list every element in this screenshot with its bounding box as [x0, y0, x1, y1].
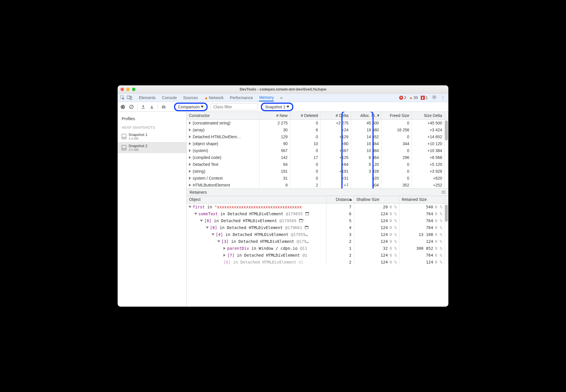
tab-console[interactable]: Console	[162, 94, 177, 101]
retainer-row[interactable]: [6] in Detached HTMLDivElement @121240 %…	[187, 259, 448, 266]
tab-elements[interactable]: Elements	[139, 94, 156, 101]
window-titlebar: DevTools - codepen.io/web-dot-dev/live/L…	[118, 85, 448, 93]
retainer-row[interactable]: [3] in Detached HTMLDivElement @179…2124…	[187, 238, 448, 245]
view-mode-dropdown[interactable]: Comparison	[174, 103, 208, 111]
zoom-icon[interactable]	[132, 88, 135, 91]
snapshot-icon	[122, 145, 126, 150]
comparison-grid: Constructor # New # Deleted # Delta Allo…	[187, 112, 448, 189]
table-row[interactable]: HTMLButtonElement92+7604352+252	[187, 182, 448, 189]
table-row[interactable]: (object shape)9010+8010 464344+10 120	[187, 140, 448, 147]
scrollbar-thumb[interactable]	[445, 120, 448, 141]
retainers-header: Retainers	[187, 189, 448, 196]
sidebar-section: HEAP SNAPSHOTS	[118, 123, 186, 131]
col-alloc[interactable]: Alloc. Si…	[351, 112, 381, 119]
table-row[interactable]: Detached Text640+645 1200+5 120	[187, 161, 448, 168]
col-sizedelta[interactable]: Size Delta	[412, 112, 445, 119]
warning-count[interactable]: ▲33	[409, 95, 418, 100]
status-counts: ✕2 ▲33 ▮1	[399, 95, 428, 100]
kebab-icon[interactable]: ⋮	[441, 95, 446, 100]
table-row[interactable]: Detached HTMLDivElem…1290+12914 6520+14 …	[187, 133, 448, 140]
memory-toolbar: Comparison Snapshot 1	[118, 102, 448, 112]
table-row[interactable]: (concatenated string)2 2750+2 27545 5000…	[187, 119, 448, 126]
profiles-sidebar: Profiles HEAP SNAPSHOTS Snapshot 13.4 MB…	[118, 112, 187, 307]
device-icon[interactable]	[127, 95, 132, 100]
minimize-icon[interactable]	[126, 88, 130, 91]
col-deleted[interactable]: # Deleted	[290, 112, 321, 119]
record-icon[interactable]	[120, 104, 126, 110]
close-icon[interactable]	[121, 88, 124, 91]
retainers-menu-icon[interactable]	[441, 191, 445, 193]
col-object[interactable]: Object	[187, 196, 326, 203]
table-row[interactable]: (system)5670+56710 3840+10 384	[187, 147, 448, 154]
tab-memory[interactable]: Memory	[259, 94, 274, 101]
svg-line-5	[130, 105, 133, 108]
issue-count[interactable]: ▮1	[421, 95, 428, 100]
class-filter-input[interactable]	[211, 103, 258, 110]
inspect-icon[interactable]	[120, 95, 125, 100]
grid-header-row: Constructor # New # Deleted # Delta Allo…	[187, 112, 448, 119]
col-constructor[interactable]: Constructor	[187, 112, 260, 119]
retainers-grid: Object Distance Shallow Size Retained Si…	[187, 196, 448, 307]
retainer-row[interactable]: [8] in Detached HTMLDivElement @179589 🗖…	[187, 217, 448, 224]
download-icon[interactable]	[149, 104, 155, 110]
tabs: Elements Console Sources ▲Network Perfor…	[139, 94, 282, 101]
gear-icon[interactable]	[432, 95, 437, 101]
memory-main: Constructor # New # Deleted # Delta Allo…	[187, 112, 448, 307]
snapshot-icon	[122, 134, 126, 139]
retainer-row[interactable]: first in "xxxxxxxxxxxxxxxxxxxxxxxxxxxxxx…	[187, 203, 448, 211]
devtools-window: DevTools - codepen.io/web-dot-dev/live/L…	[118, 85, 448, 307]
snapshot-item-2[interactable]: Snapshot 23.5 MB	[118, 142, 186, 153]
tab-sources[interactable]: Sources	[183, 94, 198, 101]
retainer-row[interactable]: [8] in Detached HTMLDivElement @179661 🗖…	[187, 224, 448, 231]
tabs-overflow[interactable]: »	[280, 94, 282, 101]
retainer-row[interactable]: someText in Detached HTMLDivElement @179…	[187, 210, 448, 217]
tab-network[interactable]: ▲Network	[204, 94, 223, 101]
retainer-row[interactable]: parentDiv in Window / cdpn.io @111320 %3…	[187, 245, 448, 252]
window-title: DevTools - codepen.io/web-dot-dev/live/L…	[240, 87, 326, 91]
col-retained[interactable]: Retained Size	[399, 196, 445, 203]
col-freed[interactable]: Freed Size	[381, 112, 412, 119]
retainer-row[interactable]: [7] in Detached HTMLDivElement @121240 %…	[187, 252, 448, 259]
tab-performance[interactable]: Performance	[230, 94, 253, 101]
upload-icon[interactable]	[140, 104, 146, 110]
col-distance[interactable]: Distance	[326, 196, 354, 203]
table-row[interactable]: (compiled code)14217+1256 864296+6 568	[187, 154, 448, 161]
scrollbar-thumb[interactable]	[445, 205, 448, 222]
table-row[interactable]: (string)1910+1913 9280+3 928	[187, 168, 448, 175]
table-row[interactable]: system / Context310+316200+620	[187, 175, 448, 182]
gc-icon[interactable]	[161, 104, 167, 110]
retainer-row[interactable]: [4] in Detached HTMLDivElement @17959…31…	[187, 231, 448, 238]
traffic-lights	[121, 88, 135, 91]
col-shallow[interactable]: Shallow Size	[354, 196, 399, 203]
baseline-dropdown[interactable]: Snapshot 1	[261, 103, 293, 111]
svg-rect-1	[127, 96, 130, 99]
col-delta[interactable]: # Delta	[320, 112, 351, 119]
retainers-header-row: Object Distance Shallow Size Retained Si…	[187, 196, 448, 203]
svg-point-3	[433, 96, 435, 98]
panel-tabbar: Elements Console Sources ▲Network Perfor…	[118, 93, 448, 102]
sidebar-title: Profiles	[118, 115, 186, 123]
clear-icon[interactable]	[129, 104, 134, 110]
table-row[interactable]: (array)306+2419 68016 256+3 424	[187, 126, 448, 133]
col-new[interactable]: # New	[260, 112, 290, 119]
error-count[interactable]: ✕2	[399, 95, 406, 100]
snapshot-item-1[interactable]: Snapshot 13.4 MB	[118, 131, 186, 142]
